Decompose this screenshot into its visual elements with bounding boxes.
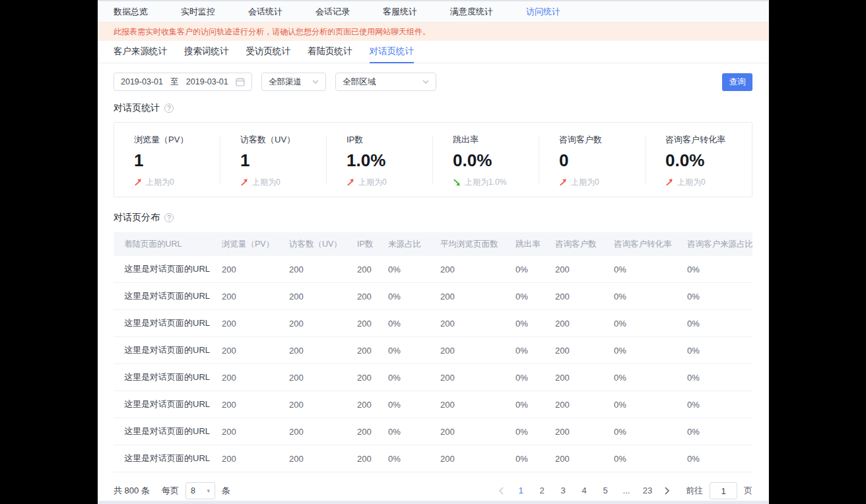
- table-cell: 0%: [687, 427, 752, 437]
- page-size-value: 8: [191, 486, 195, 495]
- stat-label: 跳出率: [453, 134, 539, 146]
- table-header-cell: 平均浏览页面数: [440, 239, 516, 250]
- table-cell: 200: [357, 427, 388, 437]
- table-cell: 0%: [516, 454, 555, 464]
- table-row: 这里是对话页面的URL2002002000%2000%2000%0%: [114, 364, 752, 391]
- help-icon[interactable]: ?: [164, 213, 174, 222]
- stat-card-bounce-rate: 跳出率 0.0% 上期为1.0%: [433, 123, 539, 197]
- table-cell: 200: [555, 292, 614, 301]
- page-number-23[interactable]: 23: [639, 482, 656, 500]
- stat-delta: 上期为0: [134, 177, 220, 188]
- table-cell-url: 这里是对话页面的URL: [114, 344, 222, 356]
- stat-label: 访客数（UV）: [240, 134, 327, 146]
- unit-label: 条: [222, 485, 230, 497]
- sub-tab-search-words[interactable]: 搜索词统计: [184, 41, 229, 63]
- pagination: 1 2 3 4 5 ... 23 前往 页: [492, 482, 752, 500]
- sub-tabs: 客户来源统计 搜索词统计 受访页统计 着陆页统计 对话页统计: [98, 41, 768, 63]
- trend-arrow-icon: [347, 178, 354, 187]
- date-start-value: 2019-03-01: [121, 77, 163, 86]
- chevron-down-icon: [422, 80, 429, 84]
- horizontal-scrollbar[interactable]: [98, 501, 768, 504]
- page-number-2[interactable]: 2: [533, 482, 550, 500]
- table-cell: 200: [555, 400, 614, 410]
- stat-delta-text: 上期为0: [146, 177, 174, 188]
- analytics-app-window: 数据总览 实时监控 会话统计 会话记录 客服统计 满意度统计 访问统计 此报表需…: [98, 0, 769, 504]
- top-nav-item-data-overview[interactable]: 数据总览: [114, 6, 148, 18]
- top-nav-item-session-records[interactable]: 会话记录: [316, 6, 350, 18]
- sub-tab-landing-pages[interactable]: 着陆页统计: [308, 41, 352, 63]
- stats-section-title: 对话页统计 ?: [114, 102, 752, 114]
- table-cell: 200: [357, 454, 388, 464]
- channel-select-value: 全部渠道: [269, 77, 302, 88]
- page-number-1[interactable]: 1: [512, 482, 529, 500]
- table-cell: 0%: [516, 319, 555, 329]
- channel-select[interactable]: 全部渠道: [261, 73, 326, 91]
- top-nav-item-agent-stats[interactable]: 客服统计: [383, 6, 417, 18]
- page-size-select[interactable]: 8 ▾: [185, 482, 215, 499]
- table-cell: 0%: [388, 373, 440, 383]
- trend-arrow-icon: [134, 178, 142, 187]
- prev-page-icon[interactable]: [492, 482, 510, 500]
- table-cell: 200: [357, 265, 388, 274]
- next-page-icon[interactable]: [658, 482, 677, 500]
- stat-delta-text: 上期为0: [571, 177, 599, 188]
- stat-delta: 上期为0: [665, 177, 752, 188]
- date-range-picker[interactable]: 2019-03-01 至 2019-03-01: [114, 73, 252, 91]
- stat-delta: 上期为1.0%: [453, 177, 539, 188]
- table-cell: 200: [555, 346, 614, 356]
- trend-arrow-icon: [453, 178, 461, 187]
- table-cell: 200: [289, 292, 357, 301]
- table-row: 这里是对话页面的URL2002002000%2000%2000%0%: [114, 337, 752, 364]
- page-number-4[interactable]: 4: [576, 482, 593, 500]
- sub-tab-chat-pages[interactable]: 对话页统计: [370, 41, 415, 63]
- stat-label: 浏览量（PV）: [134, 134, 220, 146]
- table-header-cell: 访客数（UV）: [289, 239, 357, 250]
- stats-section-title-text: 对话页统计: [114, 102, 160, 114]
- help-icon[interactable]: ?: [164, 104, 174, 113]
- stat-value: 1.0%: [347, 150, 433, 171]
- stat-delta: 上期为0: [347, 177, 433, 188]
- table-cell: 0%: [388, 454, 440, 464]
- table-cell: 200: [357, 319, 388, 329]
- table-cell: 0%: [687, 454, 752, 464]
- query-button[interactable]: 查询: [722, 73, 752, 91]
- stat-value: 0.0%: [453, 150, 539, 171]
- table-header-cell: 咨询客户转化率: [614, 239, 687, 250]
- table-cell: 200: [440, 427, 516, 437]
- page-number-5[interactable]: 5: [597, 482, 614, 500]
- sub-tab-customer-source[interactable]: 客户来源统计: [114, 41, 167, 63]
- sub-tab-visited-pages[interactable]: 受访页统计: [246, 41, 291, 63]
- region-select[interactable]: 全部区域: [335, 73, 436, 91]
- table-cell: 200: [555, 265, 614, 274]
- table-header-cell: 来源占比: [388, 239, 440, 250]
- table-cell: 200: [440, 346, 516, 356]
- stat-label: 咨询客户转化率: [665, 134, 752, 146]
- per-page-label: 每页: [162, 485, 179, 497]
- stat-value: 1: [134, 150, 220, 171]
- table-cell: 200: [357, 292, 388, 301]
- table-row: 这里是对话页面的URL2002002000%2000%2000%0%: [114, 256, 752, 283]
- stat-card-consult-customers: 咨询客户数 0 上期为0: [539, 123, 646, 197]
- stats-summary-card: 浏览量（PV） 1 上期为0 访客数（UV） 1 上期为0 IP数 1.0% 上…: [114, 122, 752, 197]
- page-number-3[interactable]: 3: [554, 482, 572, 500]
- date-end-value: 2019-03-01: [186, 77, 228, 86]
- table-cell: 0%: [687, 400, 752, 410]
- stat-delta-text: 上期为0: [358, 177, 387, 188]
- top-nav-item-visit-stats[interactable]: 访问统计: [526, 6, 560, 18]
- goto-page-input[interactable]: [710, 482, 737, 499]
- table-row: 这里是对话页面的URL2002002000%2000%2000%0%: [114, 445, 752, 472]
- table-header-cell: 着陆页面的URL: [114, 239, 222, 250]
- table-cell: 200: [222, 373, 289, 383]
- table-cell: 0%: [516, 346, 555, 356]
- top-nav-item-realtime[interactable]: 实时监控: [181, 6, 215, 18]
- top-nav-item-satisfaction[interactable]: 满意度统计: [450, 6, 493, 18]
- trend-arrow-icon: [559, 178, 567, 187]
- region-select-value: 全部区域: [343, 77, 376, 88]
- table-cell: 200: [440, 373, 516, 383]
- top-nav-item-session-stats[interactable]: 会话统计: [248, 6, 283, 18]
- stat-label: 咨询客户数: [559, 134, 646, 146]
- stat-value: 0: [559, 150, 646, 171]
- stat-label: IP数: [347, 134, 433, 146]
- table-cell: 200: [440, 319, 516, 329]
- page-ellipsis[interactable]: ...: [618, 482, 635, 500]
